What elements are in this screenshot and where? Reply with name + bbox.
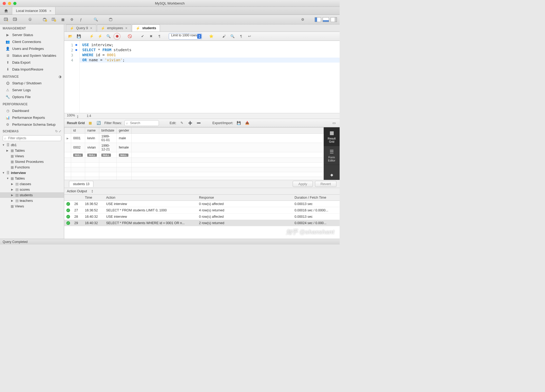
- limit-rows-select[interactable]: Limit to 1000 rows ▲▼: [169, 33, 202, 40]
- table-row[interactable]: 0002vivian1990-12-21female: [64, 143, 324, 152]
- data-export-item[interactable]: ⬆Data Export: [0, 59, 64, 66]
- more-views-button[interactable]: ◆: [324, 170, 340, 180]
- users-privileges-item[interactable]: 👤Users and Privileges: [0, 45, 64, 52]
- table-teachers[interactable]: ▶▤teachers: [0, 198, 64, 203]
- zoom-window-button[interactable]: [13, 2, 16, 5]
- filter-rows-input[interactable]: [124, 120, 159, 126]
- favorite-button[interactable]: ⭐: [208, 33, 215, 40]
- server-status-item[interactable]: ▶Server Status: [0, 31, 64, 38]
- options-file-item[interactable]: 🔧Options File: [0, 93, 64, 100]
- sql-editor[interactable]: 1 2 3 4 USE interview; SELECT * FROM stu…: [64, 41, 340, 113]
- col-duration[interactable]: Duration / Fetch Time: [292, 195, 340, 201]
- close-icon[interactable]: ×: [49, 9, 51, 13]
- tab-students[interactable]: ⚡students: [132, 24, 160, 32]
- beautify-button[interactable]: 🖌: [220, 33, 227, 40]
- toggle-secondary-sidebar-button[interactable]: [331, 17, 337, 22]
- schema-interview[interactable]: ▼🗄interview: [0, 170, 64, 176]
- save-file-button[interactable]: 💾: [75, 33, 82, 40]
- tab-employees[interactable]: ⚡employees×: [97, 24, 132, 32]
- col-gender[interactable]: gender: [116, 128, 131, 134]
- wrap-button[interactable]: ↩: [246, 33, 253, 40]
- col-id[interactable]: id: [71, 128, 85, 134]
- close-window-button[interactable]: [3, 2, 6, 5]
- startup-shutdown-item[interactable]: ⏻Startup / Shutdown: [0, 80, 64, 86]
- table-classes[interactable]: ▶▤classes: [0, 181, 64, 187]
- execute-current-button[interactable]: ⚡: [97, 33, 103, 40]
- apply-button[interactable]: Apply: [293, 181, 313, 187]
- expand-icon[interactable]: ⤢: [59, 129, 61, 133]
- new-procedure-button[interactable]: ⚙: [68, 16, 75, 23]
- zoom-stepper[interactable]: ▲▼: [77, 115, 79, 119]
- interview-views[interactable]: ▦Views: [0, 203, 64, 209]
- new-function-button[interactable]: ƒ: [77, 16, 84, 23]
- minimize-window-button[interactable]: [8, 2, 11, 5]
- tab-query9[interactable]: ⚡Query 9×: [66, 24, 96, 32]
- form-editor-tab[interactable]: ☰Form Editor: [324, 146, 340, 165]
- table-row-null[interactable]: NULLNULLNULLNULL: [64, 152, 324, 158]
- stop-button[interactable]: ⬣: [114, 33, 120, 40]
- commit-button[interactable]: ✔: [139, 33, 146, 40]
- new-sql-tab-button[interactable]: SQL: [3, 16, 10, 23]
- explain-button[interactable]: 🔍: [105, 33, 112, 40]
- search-table-button[interactable]: 🔍: [92, 16, 99, 23]
- edit-row-icon[interactable]: ✎: [179, 120, 185, 126]
- toggle-autocommit-button[interactable]: 🚫: [126, 33, 133, 40]
- dashboard-item[interactable]: ◷Dashboard: [0, 107, 64, 114]
- output-row[interactable]: ✓2716:36:52SELECT * FROM students LIMIT …: [64, 207, 340, 214]
- client-connections-item[interactable]: 👥Client Connections: [0, 38, 64, 45]
- close-icon[interactable]: ×: [125, 26, 127, 30]
- result-set-tab[interactable]: students 13: [69, 181, 93, 187]
- col-time[interactable]: Time: [83, 195, 104, 201]
- find-button[interactable]: 🔍: [229, 33, 236, 40]
- import-icon[interactable]: 📥: [244, 120, 250, 126]
- table-row[interactable]: ▶0001kevin1989-01-01male: [64, 134, 324, 143]
- new-schema-button[interactable]: [41, 16, 48, 23]
- table-students[interactable]: ▶▤students: [0, 192, 64, 198]
- interview-tables[interactable]: ▼▦Tables: [0, 176, 64, 181]
- revert-button[interactable]: Revert: [315, 181, 336, 187]
- inspector-button[interactable]: 🛈: [27, 16, 33, 23]
- col-name[interactable]: name: [85, 128, 99, 134]
- toggle-whitespace-button[interactable]: ¶: [156, 33, 163, 40]
- close-icon[interactable]: ×: [90, 26, 92, 30]
- new-table-button[interactable]: [50, 16, 57, 23]
- new-view-button[interactable]: ▦: [59, 16, 66, 23]
- refresh-icon[interactable]: ↻: [55, 129, 58, 133]
- settings-icon[interactable]: ⚙: [299, 16, 306, 23]
- add-row-icon[interactable]: ➕: [187, 120, 193, 126]
- code-area[interactable]: USE interview; SELECT * FROM students WH…: [80, 41, 340, 113]
- open-sql-file-button[interactable]: SQL: [12, 16, 19, 23]
- output-row[interactable]: ✓2916:40:32SELECT * FROM students WHERE …: [64, 220, 340, 226]
- status-variables-item[interactable]: 🖥Status and System Variables: [0, 52, 64, 59]
- schema-db1[interactable]: ▼🗄db1: [0, 142, 64, 148]
- toggle-output-button[interactable]: [323, 17, 329, 22]
- performance-reports-item[interactable]: 📊Performance Reports: [0, 114, 64, 121]
- output-row[interactable]: ✓2616:36:52USE interview0 row(s) affecte…: [64, 201, 340, 207]
- delete-row-icon[interactable]: ➖: [196, 120, 202, 126]
- col-response[interactable]: Response: [197, 195, 292, 201]
- wrap-cell-icon[interactable]: ▭: [331, 120, 337, 126]
- output-type-stepper[interactable]: ▲▼: [91, 189, 93, 193]
- col-action[interactable]: Action: [104, 195, 197, 201]
- grid-view-icon[interactable]: ▦: [87, 120, 93, 126]
- toggle-sidebar-button[interactable]: [315, 17, 321, 22]
- server-logs-item[interactable]: ⚠Server Logs: [0, 86, 64, 93]
- db1-procedures[interactable]: ▦Stored Procedures: [0, 159, 64, 164]
- col-birthdate[interactable]: birthdate: [99, 128, 117, 134]
- refresh-icon[interactable]: 🔄: [96, 120, 102, 126]
- export-icon[interactable]: 💾: [236, 120, 242, 126]
- db1-views[interactable]: ▦Views: [0, 153, 64, 159]
- action-output-grid[interactable]: Time Action Response Duration / Fetch Ti…: [64, 195, 340, 239]
- table-scores[interactable]: ▶▤scores: [0, 187, 64, 192]
- data-import-item[interactable]: ⬇Data Import/Restore: [0, 66, 64, 73]
- result-grid[interactable]: id name birthdate gender ▶0001kevin1989-…: [64, 127, 324, 180]
- performance-schema-item[interactable]: ⚙Performance Schema Setup: [0, 121, 64, 128]
- toggle-invisible-button[interactable]: ¶: [237, 33, 244, 40]
- db1-functions[interactable]: ▦Functions: [0, 164, 64, 170]
- output-row[interactable]: ✓2816:40:32USE interview0 row(s) affecte…: [64, 214, 340, 220]
- db1-tables[interactable]: ▶▦Tables: [0, 148, 64, 153]
- schema-filter-input[interactable]: [3, 135, 61, 141]
- home-tab[interactable]: [0, 7, 12, 15]
- rollback-button[interactable]: ✖: [148, 33, 154, 40]
- execute-button[interactable]: ⚡: [88, 33, 95, 40]
